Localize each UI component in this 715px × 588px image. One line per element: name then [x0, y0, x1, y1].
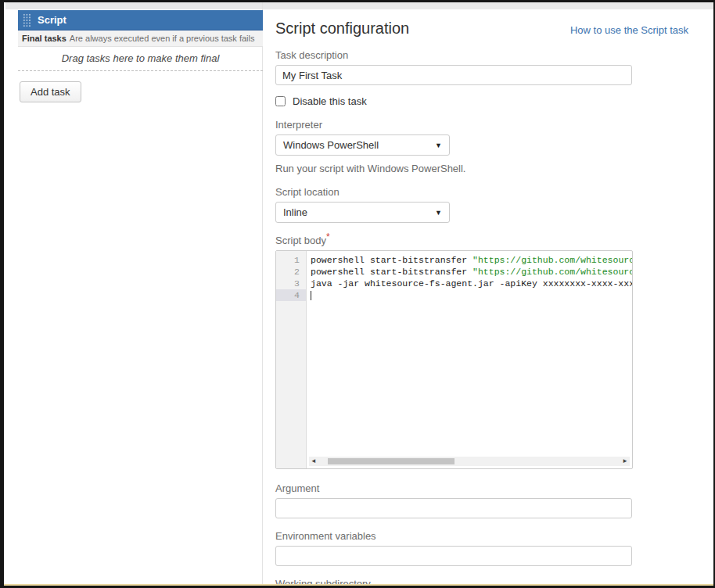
- interpreter-select[interactable]: Windows PowerShell ▼: [275, 134, 450, 156]
- interpreter-label: Interpreter: [275, 119, 688, 131]
- disable-task-row: Disable this task: [275, 95, 688, 107]
- disable-task-checkbox[interactable]: [275, 96, 286, 106]
- bottom-edge-accent: [4, 584, 713, 586]
- final-tasks-dropzone-border: [18, 70, 263, 71]
- argument-label: Argument: [275, 482, 688, 494]
- script-location-selected-value: Inline: [283, 206, 307, 218]
- page-title: Script configuration: [275, 20, 409, 38]
- script-body-label: Script body*: [275, 235, 688, 246]
- add-task-button[interactable]: Add task: [20, 81, 81, 102]
- disable-task-label: Disable this task: [293, 95, 367, 107]
- line-number: 2: [276, 266, 306, 278]
- task-item-label: Script: [38, 14, 66, 26]
- help-link[interactable]: How to use the Script task: [570, 24, 688, 36]
- task-description-input[interactable]: [275, 65, 632, 85]
- editor-code-area[interactable]: powershell start-bitstransfer "https://g…: [307, 251, 632, 468]
- final-tasks-drop-hint: Drag tasks here to make them final: [18, 52, 263, 64]
- line-number: 1: [276, 254, 306, 266]
- code-line: powershell start-bitstransfer "https://g…: [311, 254, 632, 266]
- final-tasks-header: Final tasks Are always executed even if …: [18, 30, 263, 47]
- chevron-down-icon: ▼: [435, 209, 442, 217]
- task-list-item-script[interactable]: Script: [18, 10, 263, 30]
- column-divider: [262, 2, 263, 586]
- script-configuration-panel: Script configuration How to use the Scri…: [275, 2, 688, 588]
- script-body-editor[interactable]: 1 2 3 4 powershell start-bitstransfer "h…: [275, 250, 633, 469]
- code-line-with-cursor: [311, 289, 632, 301]
- scrollbar-thumb[interactable]: [328, 458, 455, 464]
- drag-handle-icon[interactable]: [23, 13, 31, 27]
- scroll-left-arrow-icon[interactable]: ◄: [309, 457, 318, 466]
- line-number: 3: [276, 278, 306, 289]
- required-asterisk: *: [326, 231, 330, 242]
- interpreter-selected-value: Windows PowerShell: [283, 139, 379, 151]
- code-line: powershell start-bitstransfer "https://g…: [311, 266, 632, 278]
- environment-variables-input[interactable]: [275, 546, 632, 566]
- scroll-right-arrow-icon[interactable]: ►: [620, 457, 630, 466]
- argument-input[interactable]: [275, 498, 632, 518]
- interpreter-help-text: Run your script with Windows PowerShell.: [275, 163, 688, 174]
- line-number-active: 4: [276, 289, 306, 301]
- text-cursor: [311, 291, 311, 300]
- working-subdirectory-label: Working subdirectory: [275, 578, 688, 588]
- code-line: java -jar whitesource-fs-agent.jar -apiK…: [311, 278, 632, 289]
- final-tasks-description: Are always executed even if a previous t…: [70, 34, 255, 43]
- final-tasks-title: Final tasks: [22, 34, 66, 43]
- environment-variables-label: Environment variables: [275, 530, 688, 542]
- chevron-down-icon: ▼: [435, 142, 442, 149]
- editor-line-number-gutter: 1 2 3 4: [276, 251, 307, 468]
- script-location-label: Script location: [275, 186, 688, 198]
- task-description-label: Task description: [275, 49, 688, 61]
- task-configuration-page: Script Final tasks Are always executed e…: [0, 0, 715, 588]
- scrollbar-track[interactable]: [318, 458, 620, 464]
- editor-horizontal-scrollbar[interactable]: ◄ ►: [309, 457, 630, 466]
- script-location-select[interactable]: Inline ▼: [275, 202, 450, 223]
- panel-header: Script configuration How to use the Scri…: [275, 20, 688, 38]
